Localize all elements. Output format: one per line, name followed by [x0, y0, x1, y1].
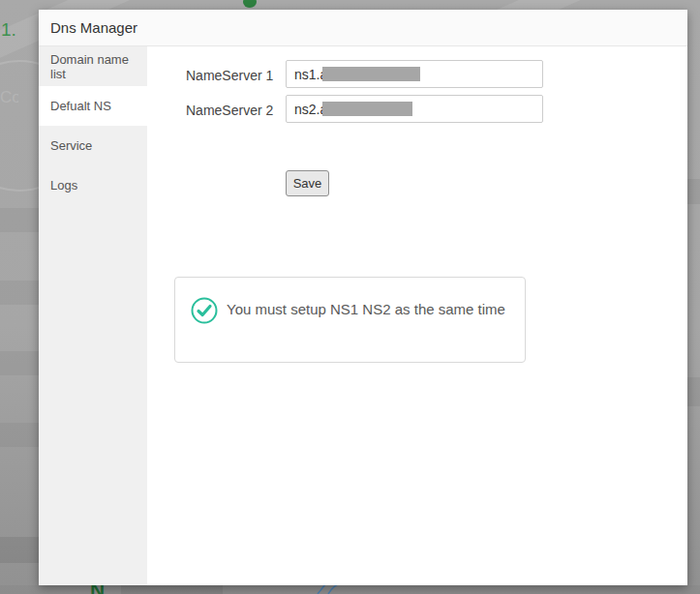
- screen: 1.5 Co N Dns Manager Domain name list De…: [0, 0, 700, 594]
- sidebar-item-domain-name-list[interactable]: Domain name list: [39, 46, 147, 86]
- backdrop-band: [0, 423, 39, 447]
- backdrop-band: [0, 281, 39, 305]
- sidebar-item-logs[interactable]: Logs: [39, 165, 147, 205]
- redaction-bar: [322, 102, 412, 116]
- sidebar-item-service[interactable]: Service: [39, 126, 147, 165]
- dialog-content: NameServer 1 NameServer 2 Save You must …: [147, 46, 687, 585]
- nameserver2-label: NameServer 2: [186, 103, 273, 118]
- backdrop-text-gray: Co: [0, 88, 18, 107]
- backdrop-green-dot: [243, 0, 257, 8]
- sidebar-item-default-ns[interactable]: Defualt NS: [39, 86, 147, 126]
- save-button[interactable]: Save: [286, 170, 329, 196]
- sidebar-item-label: Logs: [50, 178, 77, 193]
- backdrop-bottom-strip: [0, 585, 700, 594]
- backdrop-band: [0, 351, 39, 375]
- sidebar-item-label: Domain name list: [50, 52, 147, 81]
- nameserver1-label: NameServer 1: [186, 68, 273, 83]
- backdrop-band: [121, 585, 223, 594]
- notice-box: You must setup NS1 NS2 as the same time: [174, 277, 526, 363]
- backdrop-band: [687, 377, 700, 406]
- backdrop-text-green: 1.5: [1, 19, 15, 41]
- dialog-title: Dns Manager: [50, 19, 137, 36]
- dns-manager-dialog: Dns Manager Domain name list Defualt NS …: [39, 10, 687, 585]
- backdrop-band: [0, 208, 39, 232]
- notice-message: You must setup NS1 NS2 as the same time: [227, 295, 505, 324]
- backdrop-band: [0, 537, 39, 563]
- sidebar-item-label: Defualt NS: [50, 99, 111, 113]
- sidebar-item-label: Service: [50, 138, 92, 153]
- redaction-bar: [322, 67, 420, 81]
- dialog-header: Dns Manager: [39, 10, 687, 46]
- check-circle-icon: [191, 297, 218, 324]
- backdrop-band: [687, 179, 700, 204]
- dialog-sidebar: Domain name list Defualt NS Service Logs: [39, 46, 147, 585]
